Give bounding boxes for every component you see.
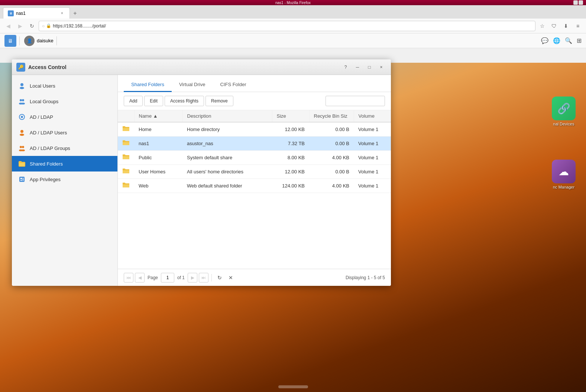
svg-rect-17 [20, 180, 22, 181]
prev-page-button[interactable]: ◀ [135, 273, 145, 282]
last-page-button[interactable]: ⏭ [199, 273, 208, 282]
tab-title: nas1 [16, 11, 26, 16]
page-label: Page [148, 275, 158, 280]
sidebar-item-app-privileges[interactable]: App Privileges [12, 172, 117, 187]
chat-icon[interactable]: 💬 [541, 37, 548, 44]
folder-icon-cell [118, 122, 134, 137]
desktop-icon-linked-devices[interactable]: 🔗 nal Devices [549, 97, 579, 126]
tab-favicon-icon: 🖥 [9, 12, 13, 15]
sidebar-label-shared-folders: Shared Folders [30, 161, 63, 167]
desktop-icon-sync-manager[interactable]: ☁ nc Manager [549, 160, 579, 189]
cell-name: Public [134, 151, 182, 165]
browser-tab-active[interactable]: 🖥 nas1 × [3, 7, 70, 19]
table-row[interactable]: PublicSystem default share8.00 KB4.00 KB… [118, 151, 391, 165]
svg-rect-14 [19, 163, 25, 166]
search-icon[interactable]: 🔍 [565, 37, 572, 44]
lock-icon: 🔒 [46, 23, 51, 28]
content-toolbar: Add Edit Access Rights Remove 🔍 [118, 92, 391, 110]
sidebar-item-ad-ldap[interactable]: AD / LDAP [12, 109, 117, 125]
first-page-button[interactable]: ⏮ [124, 273, 133, 282]
sidebar-item-local-groups[interactable]: Local Groups [12, 94, 117, 109]
clear-icon: ✕ [229, 275, 233, 281]
cell-description: asustor_nas [182, 137, 272, 151]
bookmark-button[interactable]: ☆ [537, 21, 547, 31]
svg-rect-16 [20, 178, 22, 179]
back-button[interactable]: ◀ [3, 21, 13, 31]
maximize-button[interactable]: □ [364, 63, 375, 71]
url-text: https://192.168......../portal/ [53, 23, 106, 29]
table-row[interactable]: nas1asustor_nas7.32 TB0.00 BVolume 1 [118, 137, 391, 151]
close-icon: × [380, 65, 382, 70]
shared-folders-icon [18, 160, 26, 168]
tab-shared-folders[interactable]: Shared Folders [124, 78, 172, 92]
forward-button[interactable]: ▶ [15, 21, 25, 31]
tab-cifs-folder[interactable]: CIFS Folder [213, 78, 253, 92]
username-text: daisuke [37, 38, 54, 43]
edit-button[interactable]: Edit [144, 96, 163, 106]
tab-shared-folders-label: Shared Folders [131, 82, 164, 87]
close-button[interactable]: × [376, 63, 386, 71]
svg-rect-21 [123, 156, 129, 159]
svg-rect-22 [123, 170, 129, 173]
help-button[interactable]: ? [340, 63, 351, 71]
maximize-icon: □ [368, 65, 370, 70]
folder-icon-cell [118, 179, 134, 193]
window-control-btn[interactable] [579, 0, 583, 5]
cell-volume: Volume 1 [354, 122, 391, 137]
refresh-button[interactable]: ↻ [215, 273, 224, 282]
svg-point-5 [21, 103, 25, 105]
svg-point-7 [21, 116, 23, 118]
access-rights-button[interactable]: Access Rights [165, 96, 204, 106]
app-titlebar: 🔑 Access Control ? ─ □ × [12, 59, 391, 75]
table-header-row: Name ▲ Description Size Recycle Bin Siz [118, 110, 391, 122]
next-page-button[interactable]: ▶ [188, 273, 197, 282]
col-volume: Volume [354, 110, 391, 122]
new-tab-button[interactable]: + [70, 8, 80, 19]
local-groups-icon [18, 97, 26, 105]
globe-icon[interactable]: 🌐 [553, 37, 560, 44]
sidebar-item-local-users[interactable]: Local Users [12, 78, 117, 94]
user-info-area: 👤 daisuke [24, 36, 54, 46]
cell-size: 12.00 KB [272, 165, 309, 179]
of-label: of 1 [177, 275, 185, 280]
reload-icon: ↻ [30, 23, 34, 29]
svg-point-1 [20, 87, 24, 89]
shield-button[interactable]: 🛡 [549, 21, 559, 31]
cell-volume: Volume 1 [354, 179, 391, 193]
tab-virtual-drive[interactable]: Virtual Drive [172, 78, 213, 92]
sidebar-item-ad-ldap-groups[interactable]: AD / LDAP Groups [12, 140, 117, 156]
ad-ldap-icon [18, 113, 26, 121]
search-input[interactable] [326, 96, 385, 106]
firefox-titlebar: nas1 - Mozilla Firefox [0, 0, 586, 5]
window-control-btn[interactable] [573, 0, 578, 5]
cell-volume: Volume 1 [354, 137, 391, 151]
minimize-button[interactable]: ─ [352, 63, 363, 71]
sidebar-label-local-groups: Local Groups [30, 99, 58, 104]
remove-button[interactable]: Remove [205, 96, 233, 106]
browser-toolbar: 🖥 👤 daisuke 💬 🌐 🔍 ⊞ [0, 33, 586, 48]
tab-close-button[interactable]: × [59, 10, 65, 16]
col-name[interactable]: Name ▲ [134, 110, 182, 122]
sidebar-item-shared-folders[interactable]: Shared Folders [12, 156, 117, 172]
col-icon [118, 110, 134, 122]
linked-devices-label: nal Devices [553, 122, 574, 126]
download-button[interactable]: ⬇ [561, 21, 571, 31]
app-launcher-button[interactable]: 🖥 [4, 35, 16, 47]
table-row[interactable]: User HomesAll users' home directories12.… [118, 165, 391, 179]
back-icon: ◀ [6, 23, 10, 29]
table-row[interactable]: HomeHome directory12.00 KB0.00 BVolume 1 [118, 122, 391, 137]
table-row[interactable]: WebWeb default shared folder124.00 KB4.0… [118, 179, 391, 193]
menu-button[interactable]: ≡ [573, 21, 583, 31]
app-body: Local Users Local Groups [12, 75, 391, 286]
sidebar-label-local-users: Local Users [30, 83, 55, 89]
reload-button[interactable]: ↻ [27, 21, 37, 31]
page-number-input[interactable] [161, 273, 174, 282]
sidebar-item-ad-ldap-users[interactable]: AD / LDAP Users [12, 125, 117, 140]
address-bar[interactable]: ○ 🔒 https://192.168......../portal/ [39, 21, 535, 31]
toolbar-separator [19, 36, 20, 45]
col-description: Description [182, 110, 272, 122]
cell-name: Web [134, 179, 182, 193]
clear-button[interactable]: ✕ [226, 273, 236, 282]
grid-icon[interactable]: ⊞ [577, 37, 582, 44]
add-button[interactable]: Add [124, 96, 143, 106]
